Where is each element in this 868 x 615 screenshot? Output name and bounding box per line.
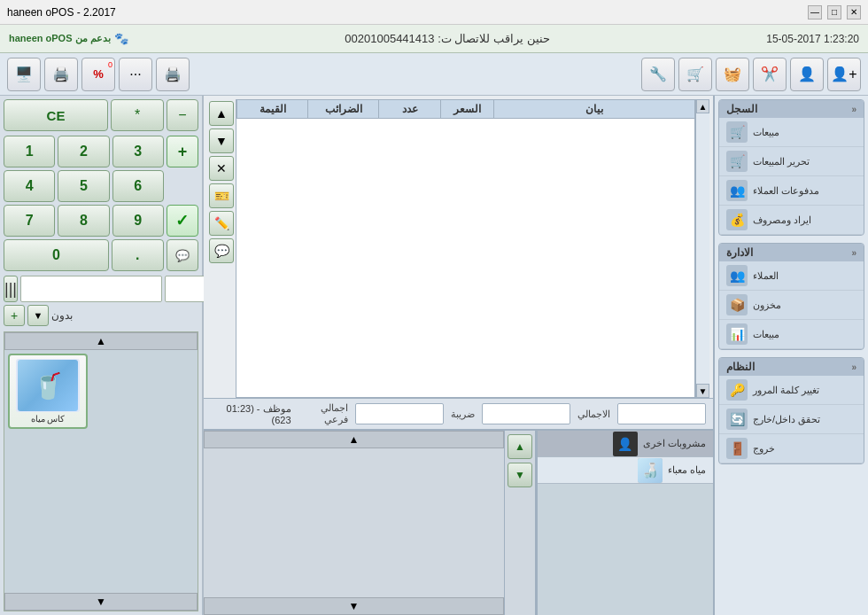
sidebar-section-title-system: « النظام [719,358,864,376]
action-up[interactable]: ▲ [209,101,234,126]
sidebar-change-password[interactable]: تغيير كلمة المرور 🔑 [719,376,864,405]
product-label-water-glass: كاس مياه [31,414,66,424]
star-button[interactable]: * [111,99,164,131]
num-1[interactable]: 1 [4,136,55,167]
minus-button[interactable]: − [167,99,198,131]
num-8[interactable]: 8 [58,205,109,237]
sidebar-sales[interactable]: مبيعات 🛒 [719,118,864,147]
comment-button[interactable]: 💬 [167,239,198,271]
categories-panel: مشروبات اخرى 👤 مياه معباء 🍶 [536,431,713,615]
ce-button[interactable]: CE [4,99,108,131]
toolbar-cart2-button[interactable]: 🧺 [716,58,749,91]
toolbar-settings-button[interactable]: 🔧 [641,58,675,91]
subtotal-input[interactable] [355,403,444,424]
action-pen[interactable]: ✏️ [209,211,234,236]
product-item-water-glass[interactable]: 🥤 كاس مياه [8,354,88,429]
water-glass-icon: 🥤 [18,360,78,411]
close-button[interactable]: ✕ [847,5,861,19]
total-input[interactable] [617,403,706,424]
num-3[interactable]: 3 [112,136,164,167]
dropdown-arrow[interactable]: ▼ [27,305,49,326]
num-2[interactable]: 2 [58,136,109,167]
employee-info: موظف - (01:23 623) [211,403,291,425]
num-5[interactable]: 5 [58,170,109,202]
th-tax: الضرائب [307,100,378,118]
table-scrollbar[interactable]: ▲ ▼ [695,99,709,398]
sidebar-revenue[interactable]: ايراد ومصروف 💰 [719,206,864,235]
maximize-button[interactable]: □ [827,5,841,19]
admin-collapse-icon[interactable]: « [851,248,856,258]
window-controls: — □ ✕ [808,5,861,19]
inventory-icon: 📦 [726,294,748,315]
toolbar-user-button[interactable]: 👤 [790,58,824,91]
cat-nav-up[interactable]: ▲ [508,434,532,459]
toolbar-print-button[interactable]: 🖨️ [44,58,78,91]
toolbar-cut-button[interactable]: ✂️ [753,58,787,91]
num-6[interactable]: 6 [112,170,164,202]
contact-info: حنين يراقب للاتصال ت: 00201005441413 [345,32,549,45]
scroll-down-btn[interactable]: ▼ [696,384,709,398]
header: 🐾 بدعم من haneen oPOS حنين يراقب للاتصال… [0,25,868,53]
admin-sales-label: مبيعات [753,329,779,340]
num-9[interactable]: 9 [112,205,164,237]
bottom-scroll-down[interactable]: ▼ [204,597,504,615]
tax-input[interactable] [482,403,570,424]
toolbar-adduser-button[interactable]: 👤+ [827,58,861,91]
product-scroll-up[interactable]: ▲ [4,332,198,350]
toolbar-pos-button[interactable]: 🖥️ [7,58,41,91]
th-description: بيان [493,100,694,118]
numpad-bottom-row: 0 . 💬 [4,239,198,271]
sidebar-customers[interactable]: العملاء 👥 [719,261,864,291]
toolbar-dots-button[interactable]: ··· [119,58,152,91]
add-button[interactable]: + [4,305,25,326]
check-button[interactable]: ✓ [167,205,198,237]
inventory-label: مخزون [753,300,781,311]
toolbar: 🖥️ 🖨️ % 0 ··· 🖨️ 🔧 🛒 🧺 ✂️ 👤 👤+ [0,53,868,96]
edit-sales-icon: 🛒 [726,151,748,172]
system-collapse-icon[interactable]: « [851,362,856,372]
category-item-water[interactable]: مياه معباء 🍶 [538,457,713,484]
barcode-button[interactable]: ||| [4,276,18,302]
barcode-input[interactable] [20,276,162,302]
dot-button[interactable]: . [112,239,164,271]
action-edit[interactable]: 🎫 [209,183,234,208]
sidebar-admin-sales[interactable]: مبيعات 📊 [719,320,864,349]
cat-nav-down[interactable]: ▼ [508,463,532,487]
sidebar-inventory[interactable]: مخزون 📦 [719,291,864,320]
plus-button[interactable]: + [167,136,198,167]
scroll-up-btn[interactable]: ▲ [696,99,709,113]
logo-icon: 🐾 [114,32,128,45]
category-thumb-beverages: 👤 [613,432,638,456]
dropdown-label: بدون [51,309,73,322]
num-7[interactable]: 7 [4,205,55,237]
action-down[interactable]: ▼ [209,128,234,153]
action-cancel[interactable]: ✕ [209,156,234,181]
barcode-row: ||| [4,276,198,302]
product-scroll-down[interactable]: ▼ [4,593,198,611]
toolbar-discount-button[interactable]: % 0 [81,58,115,91]
sidebar-customer-payments[interactable]: مدفوعات العملاء 👥 [719,176,864,206]
sidebar-logout[interactable]: خروج 🚪 [719,434,864,463]
system-title: النظام [726,361,755,373]
registry-collapse-icon[interactable]: « [851,105,856,114]
toolbar-cart-button[interactable]: 🛒 [678,58,712,91]
bottom-scroll-up[interactable]: ▲ [204,431,504,448]
sidebar-section-title-admin: « الادارة [719,244,864,261]
sidebar-edit-sales[interactable]: تحرير المبيعات 🛒 [719,147,864,176]
toolbar-print2-button[interactable]: 🖨️ [156,58,190,91]
sidebar-section-system: « النظام تغيير كلمة المرور 🔑 تحقق داخل/خ… [718,357,864,464]
product-grid: 🥤 كاس مياه [4,350,198,432]
toolbar-right-buttons: 🔧 🛒 🧺 ✂️ 👤 👤+ [641,58,861,91]
category-item-beverages[interactable]: مشروبات اخرى 👤 [538,431,713,457]
sidebar-check-in-out[interactable]: تحقق داخل/خارج 🔄 [719,405,864,434]
action-chat[interactable]: 💬 [209,238,234,263]
minimize-button[interactable]: — [808,5,822,19]
category-nav: ▲ ▼ [504,431,536,615]
num-4[interactable]: 4 [4,170,55,202]
sidebar-section-admin: « الادارة العملاء 👥 مخزون 📦 مبيعات 📊 [718,243,864,350]
bottom-left-area: ▲ ▼ [204,431,504,615]
change-password-label: تغيير كلمة المرور [753,385,819,396]
center-area: ▲ ▼ ✕ 🎫 ✏️ 💬 بيان السعر عدد الضرائب القي… [204,96,713,615]
app-title: haneen oPOS - 2.2017 [7,6,116,19]
num-0[interactable]: 0 [4,239,109,271]
